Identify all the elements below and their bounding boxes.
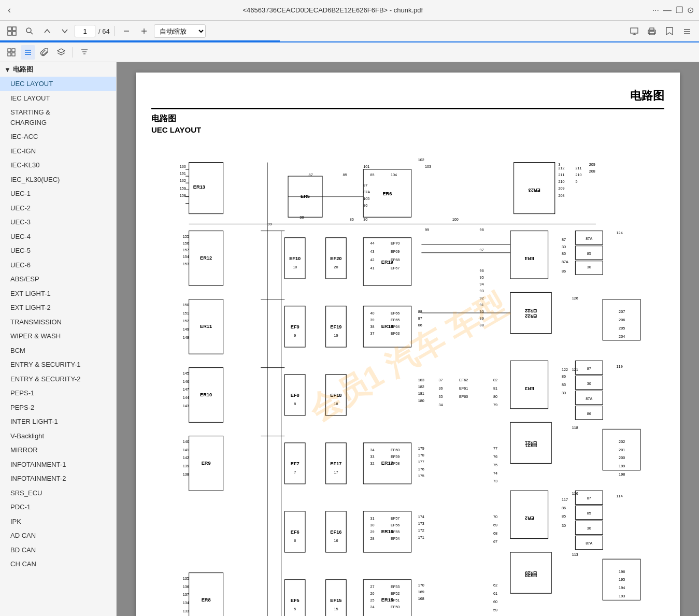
- svg-rect-2: [8, 32, 11, 35]
- svg-text:149: 149: [183, 327, 189, 332]
- svg-text:103: 103: [425, 164, 431, 169]
- zoom-select[interactable]: 自动缩放 实际大小 适合页面 适合宽度 50% 75% 100% 125% 15…: [154, 24, 206, 38]
- svg-text:174: 174: [418, 514, 424, 519]
- zoom-out-button[interactable]: [119, 23, 134, 39]
- sidebar-item-iec-kl30[interactable]: IEC-KL30: [0, 158, 116, 173]
- svg-rect-3: [12, 32, 16, 35]
- sidebar-item-ext-light-2[interactable]: EXT LIGHT-2: [0, 300, 116, 315]
- bookmark-button[interactable]: [662, 23, 677, 39]
- toolbar-separator-1: [114, 26, 115, 36]
- svg-text:136: 136: [183, 584, 189, 589]
- sidebar-item-starting-charging[interactable]: STARTING &CHARGING: [0, 105, 116, 130]
- sidebar-item-ext-light-1[interactable]: EXT LIGHT-1: [0, 286, 116, 301]
- svg-text:100: 100: [452, 217, 459, 222]
- sidebar: ▼ 电路图 UEC LAYOUT IEC LAYOUT STARTING &CH…: [0, 62, 117, 616]
- back-button[interactable]: ‹: [5, 5, 13, 16]
- sidebar-item-peps-1[interactable]: PEPS-1: [0, 386, 116, 400]
- sidebar-item-mirror[interactable]: MIRROR: [0, 443, 116, 457]
- sidebar-item-srs-ecu[interactable]: SRS_ECU: [0, 486, 116, 500]
- thumbnail-toggle-button[interactable]: [4, 23, 20, 39]
- svg-text:EF65: EF65: [391, 318, 400, 322]
- svg-text:156: 156: [183, 241, 189, 246]
- svg-text:37: 37: [370, 331, 374, 336]
- svg-point-4: [26, 28, 31, 33]
- sidebar-item-bd-can[interactable]: BD CAN: [0, 543, 116, 557]
- print-button[interactable]: [644, 23, 660, 39]
- minimize-icon[interactable]: —: [663, 6, 672, 15]
- svg-text:62: 62: [493, 583, 497, 588]
- svg-text:204: 204: [619, 334, 625, 339]
- sidebar-item-peps-2[interactable]: PEPS-2: [0, 400, 116, 415]
- more-options-icon[interactable]: ···: [652, 6, 659, 15]
- svg-text:105: 105: [363, 196, 369, 201]
- svg-text:EF58: EF58: [391, 461, 400, 466]
- svg-text:31: 31: [370, 516, 374, 521]
- sidebar-item-uec-3[interactable]: UEC-3: [0, 215, 116, 230]
- svg-text:85: 85: [587, 251, 591, 256]
- sidebar-item-uec-2[interactable]: UEC-2: [0, 201, 116, 216]
- sidebar-item-ad-can[interactable]: AD CAN: [0, 528, 116, 543]
- scroll-up-button[interactable]: [39, 23, 55, 39]
- attachment-button[interactable]: [37, 45, 52, 60]
- svg-text:43: 43: [370, 249, 374, 254]
- sidebar-item-uec-layout[interactable]: UEC LAYOUT: [0, 77, 116, 91]
- sidebar-item-entry-security-1[interactable]: ENTRY & SECURITY-1: [0, 357, 116, 372]
- sidebar-item-transmission[interactable]: TRANSMISSION: [0, 315, 116, 330]
- svg-text:EF64: EF64: [391, 324, 400, 329]
- svg-text:148: 148: [183, 335, 189, 340]
- list-view-button[interactable]: [21, 45, 35, 60]
- record-icon[interactable]: ⊙: [687, 5, 694, 15]
- svg-text:161: 161: [180, 171, 186, 176]
- scroll-down-button[interactable]: [57, 23, 73, 39]
- svg-text:ER5: ER5: [301, 194, 310, 199]
- sidebar-item-v-backlight[interactable]: V-Backlight: [0, 429, 116, 443]
- search-button[interactable]: [22, 23, 37, 39]
- svg-text:211: 211: [575, 166, 581, 170]
- svg-rect-84: [510, 231, 548, 279]
- sidebar-item-iec-acc[interactable]: IEC-ACC: [0, 130, 116, 144]
- svg-text:30: 30: [299, 215, 304, 220]
- sidebar-item-wiper-wash[interactable]: WIPER & WASH: [0, 329, 116, 343]
- svg-text:ER13: ER13: [193, 184, 205, 190]
- layers-button[interactable]: [54, 45, 68, 60]
- svg-text:86: 86: [363, 203, 367, 208]
- presentation-button[interactable]: [626, 23, 642, 39]
- svg-text:86: 86: [562, 506, 566, 510]
- svg-text:ER4: ER4: [524, 256, 534, 261]
- sidebar-item-uec-4[interactable]: UEC-4: [0, 230, 116, 244]
- svg-text:138: 138: [183, 472, 189, 477]
- svg-text:87: 87: [363, 183, 367, 188]
- svg-text:33: 33: [370, 454, 374, 459]
- sidebar-item-bcm[interactable]: BCM: [0, 343, 116, 358]
- svg-text:152: 152: [183, 319, 189, 323]
- grid-view-button[interactable]: [4, 45, 19, 60]
- sidebar-item-uec-6[interactable]: UEC-6: [0, 258, 116, 273]
- sidebar-item-iec-layout[interactable]: IEC LAYOUT: [0, 91, 116, 106]
- svg-text:6: 6: [294, 538, 296, 543]
- pdf-content-area[interactable]: 电路图 电路图 UEC LAYOUT 会员1 汽车 车型 .lbl { font…: [117, 62, 699, 616]
- svg-text:86: 86: [418, 323, 422, 327]
- svg-text:30: 30: [587, 381, 591, 386]
- sidebar-item-infotainment-2[interactable]: INFOTAINMENT-2: [0, 471, 116, 486]
- sidebar-item-ipk[interactable]: IPK: [0, 514, 116, 529]
- sidebar-item-entry-security-2[interactable]: ENTRY & SECURITY-2: [0, 372, 116, 386]
- sidebar-item-abs-esp[interactable]: ABS/ESP: [0, 272, 116, 286]
- sidebar-item-iec-kl30-uec[interactable]: IEC_KL30(UEC): [0, 173, 116, 187]
- sidebar-item-uec-1[interactable]: UEC-1: [0, 187, 116, 201]
- svg-text:150: 150: [183, 303, 189, 307]
- restore-icon[interactable]: ❐: [676, 5, 683, 15]
- svg-rect-1: [12, 27, 16, 31]
- zoom-in-button[interactable]: [136, 23, 152, 39]
- svg-text:EF56: EF56: [391, 523, 400, 527]
- sidebar-item-pdc-1[interactable]: PDC-1: [0, 500, 116, 514]
- sidebar-item-inter-light-1[interactable]: INTER LIGHT-1: [0, 414, 116, 429]
- page-number-input[interactable]: [75, 25, 95, 37]
- sidebar-item-iec-ign[interactable]: IEC-IGN: [0, 144, 116, 159]
- sidebar-item-ch-can[interactable]: CH CAN: [0, 557, 116, 571]
- sidebar-item-infotainment-1[interactable]: INFOTAINMENT-1: [0, 457, 116, 472]
- sidebar-item-uec-5[interactable]: UEC-5: [0, 243, 116, 258]
- more-tools-button[interactable]: [679, 23, 695, 39]
- svg-text:82: 82: [493, 378, 497, 382]
- sidebar-section-header[interactable]: ▼ 电路图: [0, 62, 116, 77]
- filter-button[interactable]: [77, 45, 92, 60]
